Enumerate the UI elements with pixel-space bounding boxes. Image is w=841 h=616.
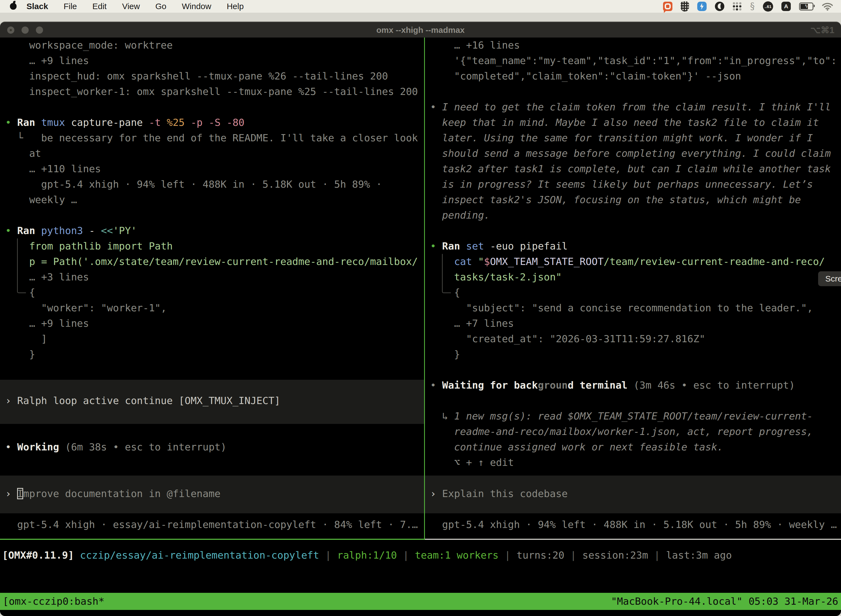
text-segment: weekly … [5, 194, 77, 205]
menu-item-edit[interactable]: Edit [92, 1, 107, 11]
wifi-icon[interactable] [822, 2, 833, 11]
menu-item-window[interactable]: Window [182, 1, 211, 11]
output-ran-set-pipefail: • Ran set -euo pipefail cat "$OMX_TEAM_S… [430, 238, 841, 362]
prompt-input-right[interactable]: › Explain this codebase [425, 475, 841, 513]
text-segment: … +9 lines [5, 55, 89, 66]
tmux-status-bar: [omx-cczip0:bash* "MacBook-Pro-44.local"… [0, 593, 841, 610]
text-segment: Ran [17, 225, 41, 236]
pane-bottom-border-active [0, 539, 425, 540]
text-segment: Ran [17, 117, 41, 128]
text-segment: Explain this codebase [442, 488, 568, 499]
title-bar[interactable]: omx --xhigh --madmax ⌥⌘1 [0, 22, 841, 38]
blue-bolt-icon[interactable] [697, 1, 707, 11]
prompt-input-left[interactable]: › Improve documentation in @filename [0, 475, 424, 513]
text-segment: d terminal [568, 380, 633, 391]
text-segment: ] [5, 333, 47, 345]
terminal-line: • Ran tmux capture-pane -t %25 -p -S -80 [5, 115, 424, 130]
text-segment: gpt-5.4 xhigh · essay/ai-reimplementatio… [5, 519, 418, 530]
text-segment: -euo pipefail [490, 241, 568, 252]
text-segment: -p -S -80 [190, 117, 245, 128]
terminal-line: '{"team_name":"my-team","task_id":"1","f… [430, 53, 841, 69]
text-segment: session:23m [582, 550, 654, 561]
text-segment: later. Using the same for transition mig… [430, 132, 813, 144]
dots-grid-icon[interactable] [733, 1, 742, 11]
terminal-line: ] [5, 331, 424, 347]
menu-item-help[interactable]: Help [227, 1, 244, 11]
terminal-line: ↳ 1 new msg(s): read $OMX_TEAM_STATE_ROO… [430, 408, 841, 424]
text-segment: (3m 46s • esc to interrupt) [633, 380, 795, 391]
text-segment: inspect_worker-1: omx sparkshell --tmux-… [5, 86, 418, 97]
text-segment: Waiting for back [442, 380, 538, 391]
terminal-line: p = Path('.omx/state/team/review-current… [5, 254, 424, 269]
text-segment: "created_at": "2026-03-31T11:59:27.816Z" [430, 333, 705, 345]
terminal-line: workspace_mode: worktree [5, 38, 424, 53]
terminal-line: at [5, 146, 424, 161]
terminal-line: should send a message before completing … [430, 146, 841, 161]
battery-icon[interactable]: ϟ [799, 3, 813, 10]
keyboard-circle-icon[interactable] [715, 1, 724, 11]
text-segment: readme-and-reco/mailbox/worker-1.json, a… [430, 426, 813, 437]
timer-badge-icon[interactable]: ..61 [763, 1, 773, 12]
text-segment: is in progress? It seems likely but perh… [430, 179, 813, 190]
text-segment: | [505, 550, 517, 561]
terminal-line: › Ralph loop active continue [OMX_TMUX_I… [5, 393, 424, 408]
terminal-line: later. Using the same for transition mig… [430, 130, 841, 146]
menu-item-go[interactable]: Go [155, 1, 166, 11]
left-pane[interactable]: workspace_mode: worktree … +9 lines insp… [0, 38, 424, 539]
terminal-line: inspect_hud: omx sparkshell --tmux-pane … [5, 69, 424, 84]
text-segment: Ran [442, 241, 466, 252]
text-segment: - [89, 225, 101, 236]
text-segment: pending. [430, 210, 490, 221]
terminal-line: inspect_worker-1: omx sparkshell --tmux-… [5, 84, 424, 99]
text-segment: cat [430, 256, 478, 267]
text-segment: … +110 lines [5, 163, 101, 175]
terminal-line: gpt-5.4 xhigh · 94% left · 488K in · 5.1… [430, 517, 841, 532]
text-segment: • [430, 101, 442, 113]
terminal-line: • Waiting for background terminal (3m 46… [430, 378, 841, 393]
terminal-line [430, 393, 841, 408]
terminal-line: … +9 lines [5, 53, 424, 69]
window-shortcut-hint: ⌥⌘1 [810, 22, 834, 38]
waiting-status: • Waiting for background terminal (3m 46… [430, 378, 841, 470]
terminal-line: } [430, 347, 841, 362]
terminal-line: weekly … [5, 192, 424, 208]
output-ran-tmux-capture: • Ran tmux capture-pane -t %25 -p -S -80… [5, 115, 424, 208]
text-segment: gpt-5.4 xhigh · 94% left · 488K in · 5.1… [5, 179, 382, 190]
right-pane[interactable]: … +16 lines '{"team_name":"my-team","tas… [425, 38, 841, 539]
text-segment: • [5, 117, 17, 128]
tmux-session-window[interactable]: [omx-cczip0:bash* [3, 593, 104, 610]
menu-item-slack[interactable]: Slack [26, 1, 48, 11]
squiggle-icon[interactable]: § [750, 1, 755, 11]
terminal-line: "worker": "worker-1", [5, 300, 424, 316]
menu-status-icons: § ..61 A ϟ [663, 1, 841, 12]
text-segment: (6m 38s • esc to interrupt) [65, 441, 227, 453]
chat-app-icon[interactable] [663, 1, 673, 11]
text-segment: "completed","claim_token":"claim-token"}… [430, 70, 741, 82]
text-segment: OMX_TEAM_STATE_ROOT [490, 256, 604, 267]
menu-item-file[interactable]: File [63, 1, 77, 11]
terminal-line: … +3 lines [5, 269, 424, 285]
menu-item-view[interactable]: View [122, 1, 140, 11]
text-segment: /team/review-current-readme-and-reco/ [604, 256, 825, 267]
text-segment: "subject": "send a concise recommendatio… [430, 302, 813, 314]
output-json-tail: … +16 lines '{"team_name":"my-team","tas… [430, 38, 841, 84]
input-source-icon[interactable]: A [781, 1, 791, 11]
pane-divider[interactable] [424, 38, 425, 539]
output-connector [442, 254, 451, 293]
text-segment: • [430, 241, 442, 252]
text-segment: I need to get the claim token from the c… [442, 101, 831, 113]
text-segment: | [570, 550, 582, 561]
text-segment: I [17, 488, 23, 499]
text-segment: 1 new msg(s): read $OMX_TEAM_STATE_ROOT/… [454, 411, 813, 422]
ralph-loop-banner: › Ralph loop active continue [OMX_TMUX_I… [0, 380, 424, 424]
text-segment: | [654, 550, 666, 561]
text-segment: keep that in mind. Maybe I also need the… [430, 117, 819, 128]
text-segment: '{"team_name":"my-team","task_id":"1","f… [430, 55, 837, 66]
shield-grid-icon[interactable] [681, 1, 689, 12]
apple-menu-icon[interactable] [10, 3, 16, 10]
text-segment: } [5, 349, 35, 360]
text-segment: set [466, 241, 490, 252]
text-segment: └ be necessary for the end of the README… [5, 132, 418, 144]
text-segment: %25 [167, 117, 190, 128]
text-segment: ⌥ + ↑ edit [430, 457, 514, 468]
